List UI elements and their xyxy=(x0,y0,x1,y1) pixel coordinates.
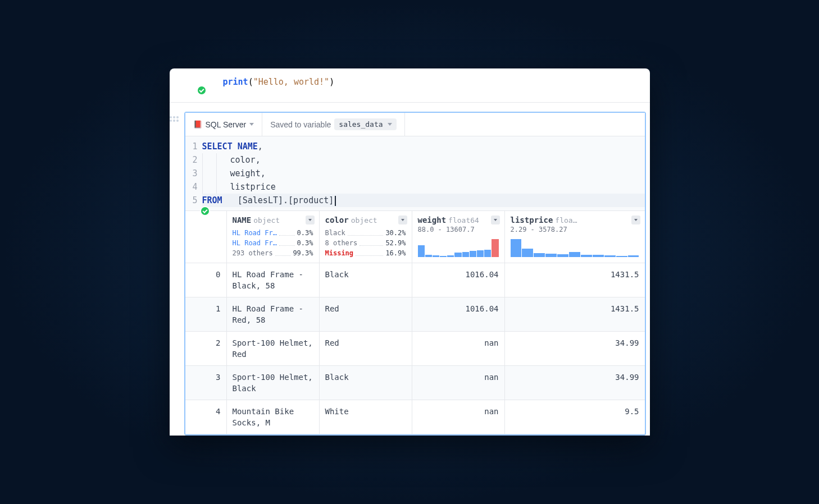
table-row[interactable]: 1 HL Road Frame - Red, 58 Red 1016.04 14… xyxy=(185,297,645,332)
python-cell[interactable]: print("Hello, world!") xyxy=(170,68,650,103)
db-label: SQL Server xyxy=(206,120,247,129)
histogram-bar xyxy=(492,239,498,257)
histogram-bar xyxy=(447,255,454,257)
range-label: 2.29 - 3578.27 xyxy=(511,226,639,233)
table-row[interactable]: 4 Mountain Bike Socks, M White nan 9.5 xyxy=(185,400,645,434)
expand-column-icon[interactable] xyxy=(631,216,640,224)
table-row[interactable]: 3 Sport-100 Helmet, Black Black nan 34.9… xyxy=(185,366,645,400)
histogram-bar xyxy=(484,250,491,257)
cell-name: HL Road Frame - Red, 58 xyxy=(227,297,320,331)
cell-listprice: 1431.5 xyxy=(505,297,645,331)
cell-color: Red xyxy=(320,332,412,365)
cell-listprice: 9.5 xyxy=(505,400,645,434)
row-index: 1 xyxy=(185,297,227,331)
cell-weight: nan xyxy=(412,366,505,400)
column-header-listprice[interactable]: listpricefloa… 2.29 - 3578.27 xyxy=(505,211,645,263)
histogram-bar xyxy=(522,249,533,257)
variable-assignment[interactable]: Saved to variable sales_data xyxy=(262,113,404,136)
histogram-bar xyxy=(569,252,580,257)
index-header xyxy=(185,211,227,263)
histogram-bar xyxy=(418,245,425,257)
histogram-bar xyxy=(433,255,439,257)
expand-column-icon[interactable] xyxy=(306,216,315,224)
histogram-bar xyxy=(581,255,592,257)
chevron-down-icon xyxy=(249,123,254,126)
cell-name: Mountain Bike Socks, M xyxy=(227,400,320,434)
histogram-bar xyxy=(557,254,568,257)
cell-color: Red xyxy=(320,297,412,331)
histogram-bar xyxy=(470,251,476,257)
cell-color: White xyxy=(320,400,412,434)
cell-listprice: 34.99 xyxy=(505,332,645,365)
cell-listprice: 34.99 xyxy=(505,366,645,400)
listprice-histogram xyxy=(511,239,639,257)
histogram-bar xyxy=(425,255,432,257)
row-index: 4 xyxy=(185,400,227,434)
cell-weight: nan xyxy=(412,332,505,365)
variable-name: sales_data xyxy=(339,120,383,129)
success-check-icon xyxy=(197,85,207,95)
database-selector[interactable]: 📕 SQL Server xyxy=(185,113,263,136)
line-numbers: 1 2 3 4 5 xyxy=(185,140,202,207)
histogram-bar xyxy=(534,253,545,257)
sql-server-icon: 📕 xyxy=(193,120,202,129)
row-index: 0 xyxy=(185,263,227,297)
column-header-name[interactable]: NAMEobject HL Road Fr…0.3% HL Road Fr…0.… xyxy=(227,211,320,263)
cell-name: Sport-100 Helmet, Red xyxy=(227,332,320,365)
table-row[interactable]: 0 HL Road Frame - Black, 58 Black 1016.0… xyxy=(185,263,645,297)
expand-column-icon[interactable] xyxy=(398,216,407,224)
histogram-bar xyxy=(462,252,469,257)
row-index: 3 xyxy=(185,366,227,400)
results-table: NAMEobject HL Road Fr…0.3% HL Road Fr…0.… xyxy=(185,210,645,434)
range-label: 88.0 - 13607.7 xyxy=(418,226,499,233)
cell-gutter xyxy=(170,71,201,89)
row-index: 2 xyxy=(185,332,227,365)
table-row[interactable]: 2 Sport-100 Helmet, Red Red nan 34.99 xyxy=(185,332,645,366)
print-keyword: print xyxy=(223,77,248,87)
variable-chip[interactable]: sales_data xyxy=(334,118,396,130)
histogram-bar xyxy=(477,250,484,257)
table-body: 0 HL Road Frame - Black, 58 Black 1016.0… xyxy=(185,263,645,434)
success-check-icon xyxy=(200,206,210,216)
histogram-bar xyxy=(628,255,639,257)
histogram-bar xyxy=(511,239,522,257)
text-cursor xyxy=(335,196,336,206)
cell-weight: 1016.04 xyxy=(412,263,505,297)
cell-weight: 1016.04 xyxy=(412,297,505,331)
histogram-bar xyxy=(616,256,627,257)
histogram-bar xyxy=(545,254,557,257)
sql-code-body[interactable]: SELECT NAME, color, weight, listprice FR… xyxy=(202,140,645,207)
expand-column-icon[interactable] xyxy=(491,216,500,224)
sql-cell[interactable]: 📕 SQL Server Saved to variable sales_dat… xyxy=(184,112,646,436)
drag-handle-icon[interactable] xyxy=(170,116,179,122)
cell-name: Sport-100 Helmet, Black xyxy=(227,366,320,400)
column-header-weight[interactable]: weightfloat64 88.0 - 13607.7 xyxy=(412,211,505,263)
notebook-window: print("Hello, world!") 📕 SQL Server Save… xyxy=(170,68,650,436)
histogram-bar xyxy=(440,256,447,257)
python-code[interactable]: print("Hello, world!") xyxy=(201,71,335,89)
saved-to-label: Saved to variable xyxy=(270,120,331,129)
column-header-color[interactable]: colorobject Black30.2% 8 others52.9% Mis… xyxy=(320,211,412,263)
cell-listprice: 1431.5 xyxy=(505,263,645,297)
histogram-bar xyxy=(593,255,604,257)
cell-toolbar: 📕 SQL Server Saved to variable sales_dat… xyxy=(185,113,645,136)
cell-color: Black xyxy=(320,366,412,400)
string-literal: "Hello, world!" xyxy=(253,77,329,87)
chevron-down-icon xyxy=(388,123,392,126)
weight-histogram xyxy=(418,239,499,257)
cell-color: Black xyxy=(320,263,412,297)
sql-editor[interactable]: 1 2 3 4 5 SELECT NAME, color, weight, li… xyxy=(185,136,645,210)
cell-name: HL Road Frame - Black, 58 xyxy=(227,263,320,297)
table-header: NAMEobject HL Road Fr…0.3% HL Road Fr…0.… xyxy=(185,211,645,263)
cell-weight: nan xyxy=(412,400,505,434)
histogram-bar xyxy=(604,255,616,257)
histogram-bar xyxy=(454,253,461,257)
